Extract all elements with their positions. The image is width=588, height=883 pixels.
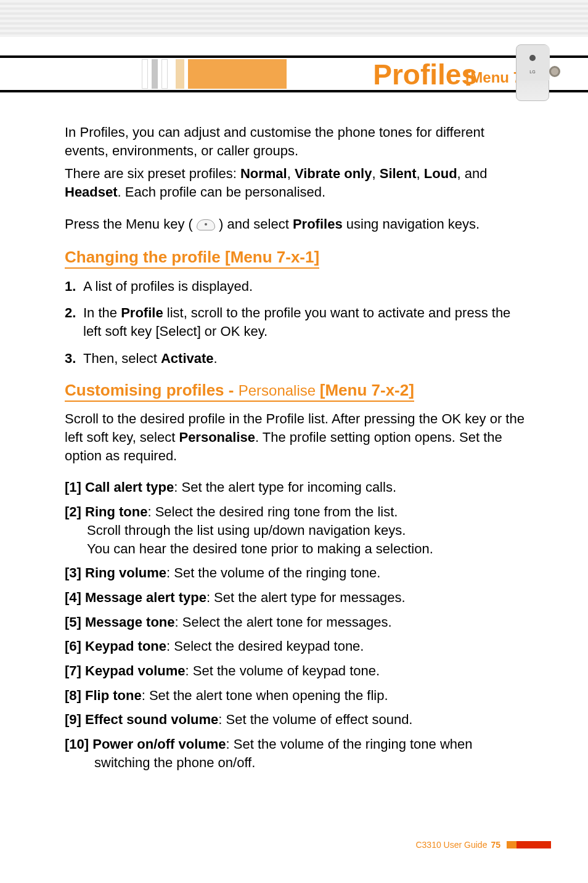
press-menu-block: Press the Menu key ( ) and select Profil…: [65, 215, 526, 234]
opt-10: [10] Power on/off volume: Set the volume…: [65, 735, 526, 771]
opt-1: [1] Call alert type: Set the alert type …: [65, 478, 526, 497]
footer-decor: [507, 841, 551, 848]
intro-p2: There are six preset profiles: Normal, V…: [65, 165, 526, 201]
press-menu-line: Press the Menu key ( ) and select Profil…: [65, 215, 526, 234]
page-title: Profiles: [373, 58, 477, 91]
menu-key-icon: [197, 219, 215, 230]
opt-8: [8] Flip tone: Set the alert tone when o…: [65, 686, 526, 705]
footer: C3310 User Guide 75: [415, 840, 551, 850]
section2-intro: Scroll to the desired profile in the Pro…: [65, 410, 526, 465]
header-vbar: [152, 59, 158, 89]
header-bar: Profiles [Menu 7]: [0, 55, 588, 92]
step-3: 3. Then, select Activate.: [65, 349, 526, 368]
footer-product: C3310 User Guide: [415, 840, 487, 850]
section1-steps: 1. A list of profiles is displayed. 2. I…: [65, 277, 526, 368]
header-vbar: [161, 59, 168, 89]
header-orange-block: [188, 59, 287, 89]
phone-icon: LG: [511, 44, 554, 106]
content-area: In Profiles, you can adjust and customis…: [65, 123, 526, 778]
header-vbar: [142, 59, 148, 89]
step-1: 1. A list of profiles is displayed.: [65, 277, 526, 296]
opt-5: [5] Message tone: Select the alert tone …: [65, 613, 526, 632]
opt-7: [7] Keypad volume: Set the volume of key…: [65, 662, 526, 680]
top-stripe-decor: [0, 0, 588, 37]
header-rule-bottom: [0, 90, 588, 92]
footer-page: 75: [491, 840, 500, 850]
section1-title: Changing the profile [Menu 7-x-1]: [65, 246, 526, 268]
opt-4: [4] Message alert type: Set the alert ty…: [65, 588, 526, 607]
section2-title: Customising profiles - Personalise [Menu…: [65, 380, 526, 401]
section2-options: [1] Call alert type: Set the alert type …: [65, 478, 526, 771]
opt-3: [3] Ring volume: Set the volume of the r…: [65, 564, 526, 582]
intro-block: In Profiles, you can adjust and customis…: [65, 123, 526, 201]
header-vbar: [176, 59, 184, 89]
opt-6: [6] Keypad tone: Select the desired keyp…: [65, 637, 526, 656]
opt-9: [9] Effect sound volume: Set the volume …: [65, 710, 526, 729]
header-rule-top: [0, 55, 588, 58]
step-2: 2. In the Profile list, scroll to the pr…: [65, 304, 526, 340]
opt-2: [2] Ring tone: Select the desired ring t…: [65, 503, 526, 558]
intro-p1: In Profiles, you can adjust and customis…: [65, 123, 526, 160]
